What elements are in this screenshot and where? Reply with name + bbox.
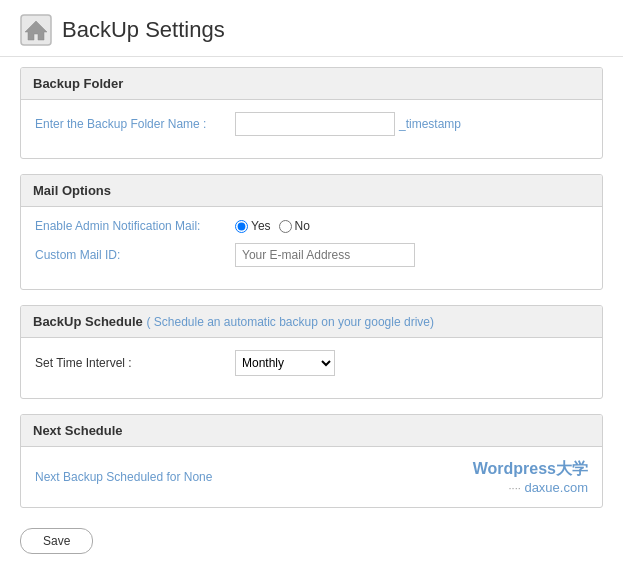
mail-options-header: Mail Options xyxy=(21,175,602,207)
next-schedule-body: Next Backup Scheduled for None Wordpress… xyxy=(21,447,602,507)
notification-mail-label: Enable Admin Notification Mail: xyxy=(35,219,235,233)
main-content: Backup Folder Enter the Backup Folder Na… xyxy=(0,57,623,570)
folder-name-label: Enter the Backup Folder Name : xyxy=(35,117,235,131)
notification-radio-group: Yes No xyxy=(235,219,310,233)
folder-name-input[interactable] xyxy=(235,112,395,136)
time-interval-row: Set Time Intervel : Monthly Weekly Daily… xyxy=(35,350,588,376)
backup-schedule-section: BackUp Schedule ( Schedule an automatic … xyxy=(20,305,603,399)
next-schedule-header: Next Schedule xyxy=(21,415,602,447)
backup-schedule-header: BackUp Schedule ( Schedule an automatic … xyxy=(21,306,602,338)
mail-options-body: Enable Admin Notification Mail: Yes No C… xyxy=(21,207,602,289)
schedule-select-wrapper: Monthly Weekly Daily Hourly xyxy=(235,350,335,376)
schedule-note: ( Schedule an automatic backup on your g… xyxy=(146,315,434,329)
backup-folder-section: Backup Folder Enter the Backup Folder Na… xyxy=(20,67,603,159)
watermark: Wordpress大学 ···· daxue.com xyxy=(473,459,588,495)
custom-mail-label: Custom Mail ID: xyxy=(35,248,235,262)
time-interval-label: Set Time Intervel : xyxy=(35,356,235,370)
watermark-wordpress: Wordpress大学 xyxy=(473,460,588,477)
next-backup-text: Next Backup Scheduled for None xyxy=(35,470,212,484)
house-icon xyxy=(20,14,52,46)
watermark-daxue: ···· xyxy=(509,482,521,494)
no-radio[interactable] xyxy=(279,220,292,233)
save-button[interactable]: Save xyxy=(20,528,93,554)
page-header: BackUp Settings xyxy=(0,0,623,57)
backup-schedule-body: Set Time Intervel : Monthly Weekly Daily… xyxy=(21,338,602,398)
timestamp-suffix: _timestamp xyxy=(399,117,461,131)
backup-folder-body: Enter the Backup Folder Name : _timestam… xyxy=(21,100,602,158)
yes-radio[interactable] xyxy=(235,220,248,233)
schedule-select[interactable]: Monthly Weekly Daily Hourly xyxy=(235,350,335,376)
folder-name-row: Enter the Backup Folder Name : _timestam… xyxy=(35,112,588,136)
notification-mail-row: Enable Admin Notification Mail: Yes No xyxy=(35,219,588,233)
next-schedule-section: Next Schedule Next Backup Scheduled for … xyxy=(20,414,603,508)
mail-options-section: Mail Options Enable Admin Notification M… xyxy=(20,174,603,290)
backup-folder-header: Backup Folder xyxy=(21,68,602,100)
yes-radio-label[interactable]: Yes xyxy=(235,219,271,233)
no-radio-label[interactable]: No xyxy=(279,219,310,233)
custom-mail-row: Custom Mail ID: xyxy=(35,243,588,267)
watermark-com: daxue.com xyxy=(524,480,588,495)
page-title: BackUp Settings xyxy=(62,17,225,43)
email-input[interactable] xyxy=(235,243,415,267)
